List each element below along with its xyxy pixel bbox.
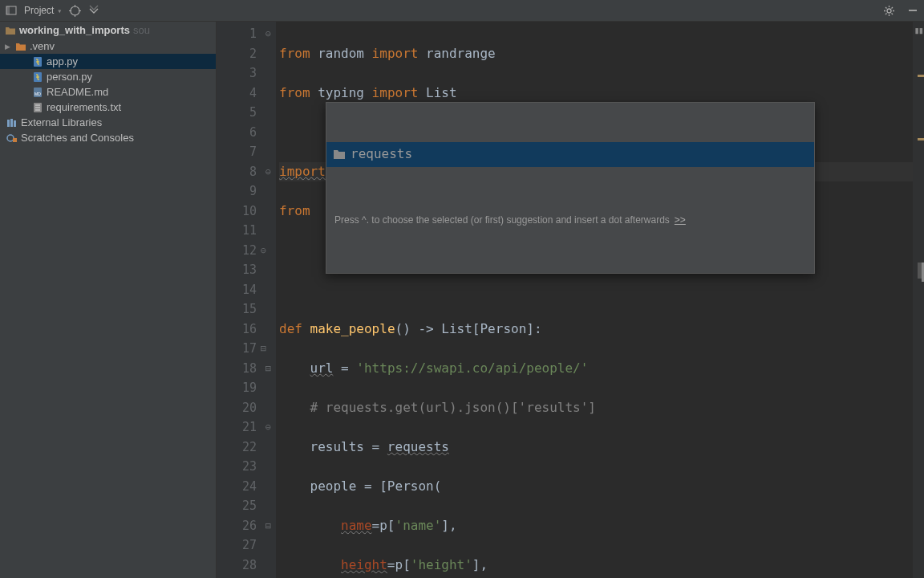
tree-item-label: requirements.txt [47, 101, 121, 113]
tree-item-scratches[interactable]: Scratches and Consoles [0, 130, 216, 145]
completion-item-label: requests [351, 144, 412, 165]
completion-hint-link[interactable]: >> [675, 210, 686, 230]
dropdown-arrow-icon[interactable]: ▾ [57, 6, 62, 15]
svg-point-20 [7, 135, 14, 141]
tree-item-venv[interactable]: ▶ .venv [0, 39, 216, 54]
line-gutter: 1⊖ 2 3 4 5 6 7 8⊖ 9 10 11 12⊖ 13 14 15 1… [217, 22, 276, 578]
main-area: working_with_imports sou ▶ .venv app.py … [0, 22, 924, 578]
tree-item-label: person.py [47, 71, 92, 83]
svg-rect-21 [13, 138, 17, 142]
svg-rect-1 [6, 6, 10, 14]
svg-text:MD: MD [34, 92, 41, 96]
tree-item-label: README.md [47, 86, 108, 98]
settings-icon[interactable] [882, 4, 895, 17]
tree-item-external-libs[interactable]: External Libraries [0, 115, 216, 130]
svg-rect-17 [7, 120, 10, 127]
svg-point-7 [887, 9, 891, 13]
tree-item-readme[interactable]: MD README.md [0, 84, 216, 100]
project-sidebar: working_with_imports sou ▶ .venv app.py … [0, 22, 217, 578]
completion-item[interactable]: requests [326, 142, 814, 167]
project-root-name: working_with_imports [19, 24, 130, 36]
tree-item-label: Scratches and Consoles [21, 132, 134, 144]
tree-item-person[interactable]: person.py [0, 69, 216, 84]
editor-scrollbar[interactable]: ▮▮ [913, 22, 924, 578]
target-icon[interactable] [68, 4, 81, 17]
folder-icon [333, 149, 346, 160]
project-label[interactable]: Project [24, 5, 54, 16]
tree-item-app[interactable]: app.py [0, 54, 216, 69]
project-tool-icon[interactable] [5, 4, 18, 17]
top-toolbar: Project ▾ [0, 0, 924, 22]
tree-item-requirements[interactable]: requirements.txt [0, 100, 216, 115]
project-root-suffix: sou [133, 24, 150, 36]
tree-item-label: app.py [47, 55, 78, 67]
pause-icon[interactable]: ▮▮ [914, 25, 922, 36]
tree-item-label: .venv [30, 40, 55, 52]
expand-icon[interactable] [87, 4, 100, 17]
minimize-icon[interactable] [906, 4, 919, 17]
project-root[interactable]: working_with_imports sou [0, 22, 216, 39]
tree-item-label: External Libraries [21, 116, 102, 128]
svg-rect-18 [10, 119, 13, 127]
svg-rect-19 [14, 120, 16, 127]
code-editor[interactable]: 1⊖ 2 3 4 5 6 7 8⊖ 9 10 11 12⊖ 13 14 15 1… [217, 22, 924, 578]
code-content[interactable]: from random import randrange from typing… [276, 22, 913, 578]
svg-point-2 [71, 6, 79, 15]
completion-popup[interactable]: requests Press ^. to choose the selected… [326, 102, 815, 274]
completion-hint: Press ^. to choose the selected (or firs… [326, 206, 814, 234]
